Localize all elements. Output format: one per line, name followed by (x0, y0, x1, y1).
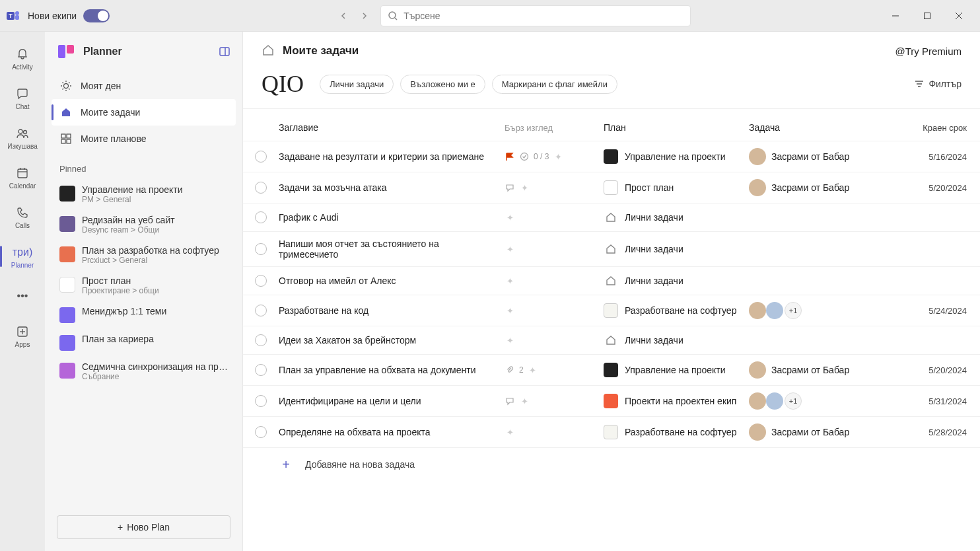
sparkle-icon: ✦ (505, 276, 515, 286)
task-row[interactable]: Идеи за Хакатон за брейнсторм ✦ Лични за… (243, 326, 980, 355)
plan-cell[interactable]: Разработване на софтуер (604, 303, 749, 318)
pinned-item[interactable]: Прост план Проектиране > общи (52, 270, 236, 301)
pinned-item-sub: Desync ream > Общи (82, 225, 175, 235)
col-due[interactable]: Краен срок (907, 123, 980, 133)
pill-flagged[interactable]: Маркирани с флаг имейли (492, 75, 617, 94)
task-row[interactable]: Напиши моя отчет за състоянието на триме… (243, 232, 980, 267)
plan-cell[interactable]: Управление на проекти (604, 363, 749, 377)
search-input[interactable] (403, 11, 683, 21)
task-row[interactable]: Задаване на резултати и критерии за прие… (243, 141, 980, 172)
due-cell: 5/31/2024 (907, 396, 980, 406)
col-plan[interactable]: План (604, 122, 749, 133)
rail-calendar[interactable]: Calendar (3, 159, 42, 196)
plan-cell[interactable]: Прост план (604, 180, 749, 195)
assignee-cell[interactable]: +1 (749, 392, 907, 410)
new-teams-toggle[interactable] (83, 9, 110, 22)
nav-my-plans[interactable]: Моите планове (52, 126, 236, 152)
assignee-cell[interactable]: Засрами от Бабар (749, 361, 907, 379)
task-row[interactable]: Отговор на имейл от Алекс ✦ Лични задачи (243, 267, 980, 295)
col-quick[interactable]: Бърз изглед (505, 123, 604, 133)
expand-icon[interactable] (219, 46, 230, 57)
complete-checkbox[interactable] (255, 364, 267, 376)
nav-my-day[interactable]: Моят ден (52, 73, 236, 99)
filter-button[interactable]: Филтър (914, 79, 962, 89)
plan-cell[interactable]: Лични задачи (604, 242, 749, 256)
close-button[interactable] (950, 7, 968, 25)
plan-cell[interactable]: Управление на проекти (604, 149, 749, 164)
plan-cell[interactable]: Лични задачи (604, 274, 749, 288)
rail-apps[interactable]: Apps (3, 317, 42, 354)
complete-checkbox[interactable] (255, 243, 267, 255)
add-task-row[interactable]: + Добавяне на нова задача (243, 448, 980, 481)
page-title: Моите задачи (283, 44, 888, 57)
minimize-button[interactable] (886, 7, 905, 25)
forward-button[interactable] (355, 7, 374, 25)
complete-checkbox[interactable] (255, 151, 267, 163)
pinned-item[interactable]: План за разработка на софтуер Prcxiuct >… (52, 240, 236, 270)
pill-personal[interactable]: Лични задачи (320, 75, 394, 94)
complete-checkbox[interactable] (255, 182, 267, 194)
pinned-item[interactable]: Мениджър 1:1 теми (52, 301, 236, 328)
svg-rect-21 (220, 48, 229, 55)
col-assign[interactable]: Задача (749, 122, 907, 133)
assignee-cell[interactable]: Засрами от Бабар (749, 179, 907, 196)
plan-name: Прост план (625, 182, 674, 193)
plan-cell[interactable]: Лични задачи (604, 210, 749, 225)
pinned-item[interactable]: План за кариера (52, 328, 236, 356)
svg-point-10 (18, 129, 22, 133)
assignee-cell[interactable]: Засрами от Бабар (749, 148, 907, 165)
rail-activity[interactable]: Activity (3, 40, 42, 77)
plan-cell[interactable]: Разработване на софтуер (604, 425, 749, 439)
home-outline-icon (262, 44, 276, 58)
rail-chat[interactable]: Chat (3, 79, 42, 116)
svg-line-31 (63, 89, 64, 90)
complete-checkbox[interactable] (255, 275, 267, 287)
assignee-cell[interactable]: Засрами от Бабар (749, 423, 907, 441)
quick-cell: ✦ (505, 182, 604, 193)
col-title[interactable]: Заглавие (279, 122, 505, 133)
plan-cell[interactable]: Лични задачи (604, 333, 749, 348)
pinned-item[interactable]: Управление на проекти PM > General (52, 179, 236, 209)
assignee-cell[interactable]: +1 (749, 302, 907, 319)
back-button[interactable] (334, 7, 353, 25)
task-row[interactable]: Разработване на код ✦ Разработване на со… (243, 295, 980, 326)
pill-assigned[interactable]: Възложено ми е (400, 75, 485, 94)
task-row[interactable]: План за управление на обхвата на докумен… (243, 355, 980, 386)
premium-link[interactable]: @Try Premium (895, 46, 962, 57)
complete-checkbox[interactable] (255, 426, 267, 438)
sun-icon (59, 79, 73, 92)
due-cell: 5/20/2024 (907, 183, 980, 193)
quick-cell: ✦ (505, 276, 604, 286)
task-title: Идентифициране на цели и цели (279, 396, 498, 406)
new-plan-button[interactable]: + Ново Plan (57, 515, 230, 539)
rail-more[interactable]: ••• (3, 277, 42, 314)
complete-checkbox[interactable] (255, 211, 267, 223)
maximize-button[interactable] (918, 7, 936, 25)
task-row[interactable]: Идентифициране на цели и цели ✦ Проекти … (243, 386, 980, 417)
pinned-item-sub: Проектиране > общи (82, 286, 159, 295)
view-label: QIO (262, 70, 304, 98)
pinned-item[interactable]: Седмична синхронизация на проект Събрани… (52, 356, 236, 386)
grid-header: Заглавие Бърз изглед План Задача Краен с… (243, 114, 980, 141)
nav-my-tasks[interactable]: Моите задачи (52, 99, 236, 126)
extra-assignees-badge: +1 (785, 302, 802, 319)
pinned-item-title: Редизайн на уеб сайт (82, 215, 175, 225)
sparkle-icon: ✦ (505, 244, 515, 254)
pinned-item[interactable]: Редизайн на уеб сайт Desync ream > Общи (52, 209, 236, 240)
sparkle-icon: ✦ (505, 427, 515, 437)
checklist-icon (519, 151, 530, 162)
complete-checkbox[interactable] (255, 305, 267, 316)
rail-calls[interactable]: Calls (3, 198, 42, 235)
quick-cell: ✦ (505, 335, 604, 346)
searchbox[interactable] (380, 5, 691, 26)
complete-checkbox[interactable] (255, 395, 267, 407)
plan-name: Управление на проекти (625, 365, 726, 375)
complete-checkbox[interactable] (255, 334, 267, 346)
rail-planner[interactable]: три) Planner (3, 238, 42, 275)
task-row[interactable]: Задачи за мозъчна атака ✦ Прост план Зас… (243, 172, 980, 203)
plan-cell[interactable]: Проекти на проектен екип (604, 394, 749, 408)
task-row[interactable]: Определяне на обхвата на проекта ✦ Разра… (243, 417, 980, 448)
nav-my-tasks-label: Моите задачи (81, 107, 140, 118)
rail-teams[interactable]: Изкушава (3, 119, 42, 156)
task-row[interactable]: График с Audi ✦ Лични задачи (243, 203, 980, 232)
